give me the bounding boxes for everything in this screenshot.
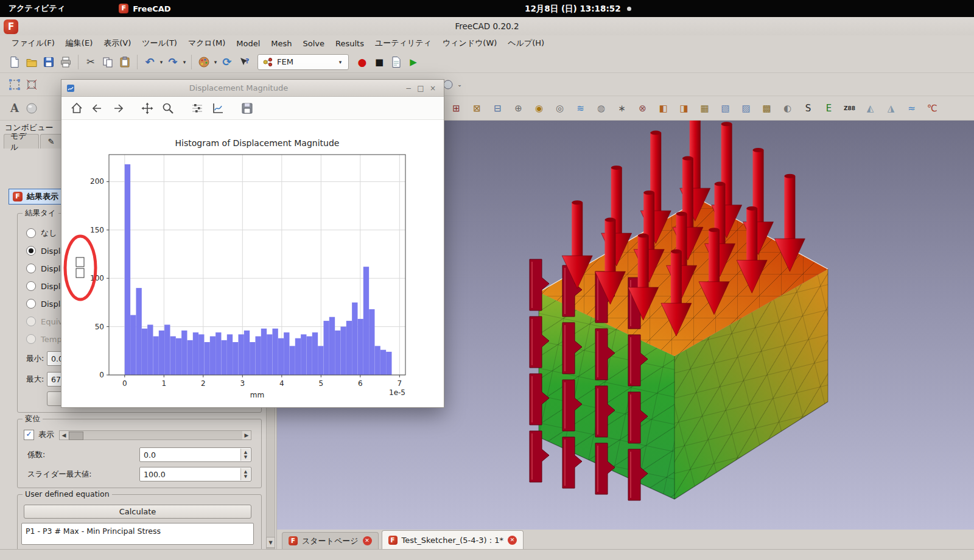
minimize-icon[interactable]: − (402, 83, 415, 94)
dialog-title-bar[interactable]: Displacement Magnitude − □ × (61, 80, 444, 97)
fem-constraint-transform-icon[interactable]: ◎ (552, 100, 568, 117)
text-annotation-icon[interactable]: A (6, 100, 23, 117)
radio-icon[interactable] (26, 228, 36, 238)
box-selection-icon[interactable] (6, 76, 23, 93)
document-tab-0[interactable]: Fスタートページ✕ (282, 532, 379, 549)
menu-item-5[interactable]: Model (231, 37, 265, 50)
workbench-selector[interactable]: FEM ▾ (258, 54, 349, 70)
tab-close-icon[interactable]: ✕ (508, 536, 517, 545)
menu-item-1[interactable]: 編集(E) (60, 36, 98, 51)
draw-style-dropdown-icon[interactable]: ⌄ (457, 82, 463, 88)
show-checkbox[interactable]: ✓ (24, 430, 34, 440)
fem-constraint-bearing-icon[interactable]: ◍ (593, 100, 609, 117)
paste-icon[interactable] (116, 54, 133, 71)
fem-constraint-gear-icon[interactable]: ∗ (614, 100, 630, 117)
fem-post-thermomech-icon[interactable]: ℃ (924, 100, 941, 117)
fem-solver-calculix-icon[interactable]: S (800, 100, 816, 117)
sphere-icon[interactable] (23, 100, 40, 117)
forward-icon[interactable] (109, 99, 127, 117)
fem-constraint-pulley-icon[interactable]: ⊗ (634, 100, 651, 117)
print-icon[interactable] (57, 54, 74, 71)
calculate-button[interactable]: Calculate (24, 505, 251, 519)
activities-button[interactable]: アクティビティ (0, 3, 74, 14)
slider-max-spinbox[interactable]: 100.0▲▼ (139, 467, 251, 481)
fem-fluid-boundary-icon[interactable]: ≋ (572, 100, 589, 117)
fem-thermal-initial-icon[interactable]: ◧ (655, 100, 671, 117)
menu-item-4[interactable]: マクロ(M) (183, 36, 231, 51)
undo-icon[interactable]: ↶ (141, 54, 158, 71)
fem-post-line-icon[interactable]: ≈ (903, 100, 920, 117)
document-tab-1[interactable]: FTest_Sketcher_(5-4-3) : 1*✕ (382, 530, 524, 549)
menu-item-0[interactable]: ファイル(F) (6, 36, 60, 51)
result-type-radio-3[interactable]: Displa (26, 280, 65, 292)
factor-spinbox[interactable]: 0.0▲▼ (139, 447, 251, 462)
fem-mesh-boundary-layer-icon[interactable]: ▨ (738, 100, 754, 117)
slider-right-arrow-icon[interactable]: ▶ (242, 431, 251, 439)
slider-handle[interactable] (69, 432, 83, 440)
copy-icon[interactable] (99, 54, 116, 71)
home-icon[interactable] (68, 99, 86, 117)
appearance-icon[interactable] (195, 54, 212, 71)
subplots-icon[interactable] (188, 99, 206, 117)
tab-tasks[interactable]: ✎ (40, 134, 62, 149)
tab-close-icon[interactable]: ✕ (363, 536, 372, 545)
new-document-icon[interactable] (6, 54, 23, 71)
open-document-icon[interactable] (23, 54, 40, 71)
pan-icon[interactable] (138, 99, 156, 117)
macro-play-icon[interactable]: ▶ (405, 54, 422, 71)
displacement-slider[interactable]: ◀ ▶ (59, 430, 251, 440)
appearance-dropdown-icon[interactable]: ▾ (212, 59, 219, 65)
macro-dialog-icon[interactable] (388, 54, 405, 71)
undo-dropdown-icon[interactable]: ▾ (158, 59, 164, 65)
result-type-radio-2[interactable]: Displa (26, 262, 65, 275)
macro-stop-icon[interactable]: ■ (371, 54, 388, 71)
displacement-magnitude-dialog[interactable]: Displacement Magnitude − □ × 01234567050… (61, 79, 444, 408)
menu-item-6[interactable]: Mesh (265, 37, 297, 50)
redo-dropdown-icon[interactable]: ▾ (181, 59, 187, 65)
menu-item-8[interactable]: Results (330, 37, 370, 50)
window-title-bar[interactable]: FreeCAD 0.20.2 (0, 17, 974, 35)
fem-mesh-gmsh-icon[interactable]: ▧ (717, 100, 734, 117)
scrollbar-down-arrow-icon[interactable]: ▼ (266, 537, 275, 548)
fem-constraint-displacement-icon[interactable]: ⊕ (510, 100, 527, 117)
fem-solver-elmer-icon[interactable]: E (821, 100, 837, 117)
fem-mesh-clear-icon[interactable]: ◐ (779, 100, 796, 117)
menu-item-11[interactable]: ヘルプ(H) (502, 36, 550, 51)
back-icon[interactable] (88, 99, 107, 117)
fem-post-clip-icon[interactable]: ◭ (862, 100, 878, 117)
radio-icon[interactable] (26, 264, 36, 273)
fem-mesh-group-icon[interactable]: ▩ (759, 100, 775, 117)
focused-app-menu[interactable]: F FreeCAD (110, 4, 180, 13)
fem-post-function-icon[interactable]: ◮ (883, 100, 899, 117)
spin-arrows-icon[interactable]: ▲▼ (240, 449, 250, 461)
zoom-icon[interactable] (159, 99, 177, 117)
fem-solver-z88-icon[interactable]: Z88 (841, 100, 858, 117)
close-icon[interactable]: × (427, 83, 439, 94)
menu-item-10[interactable]: ウィンドウ(W) (437, 36, 503, 51)
equation-input[interactable]: P1 - P3 # Max - Min Principal Stress (21, 523, 254, 545)
maximize-icon[interactable]: □ (415, 83, 427, 94)
result-type-radio-4[interactable]: Displa (26, 298, 65, 310)
refresh-icon[interactable]: ⟳ (219, 54, 236, 71)
workbench-dropdown-icon[interactable]: ▾ (337, 59, 343, 65)
save-icon[interactable] (40, 54, 57, 71)
menu-item-3[interactable]: ツール(T) (136, 36, 183, 51)
macro-record-icon[interactable]: ● (354, 54, 371, 71)
fem-mesh-netgen-icon[interactable]: ▦ (696, 100, 713, 117)
tab-model[interactable]: モデル (4, 134, 39, 149)
slider-left-arrow-icon[interactable]: ◀ (60, 431, 68, 439)
menu-item-7[interactable]: Solve (298, 37, 331, 50)
radio-icon[interactable] (26, 281, 36, 291)
menu-item-2[interactable]: 表示(V) (98, 36, 136, 51)
system-clock[interactable]: 12月8日 (日) 13:18:52 (525, 0, 621, 17)
radio-icon[interactable] (26, 299, 36, 309)
radio-icon[interactable] (26, 246, 36, 256)
spin-arrows-icon[interactable]: ▲▼ (240, 468, 250, 480)
fem-heatflux-icon[interactable]: ◨ (676, 100, 692, 117)
fem-constraint-contact-icon[interactable]: ◉ (531, 100, 547, 117)
menu-item-9[interactable]: ユーティリティ (370, 36, 437, 51)
result-type-radio-1[interactable]: Displa (26, 245, 65, 257)
whats-this-icon[interactable]: ? (236, 54, 253, 71)
fem-constraint-force-icon[interactable]: ⊠ (469, 100, 485, 117)
customize-icon[interactable] (209, 99, 227, 117)
